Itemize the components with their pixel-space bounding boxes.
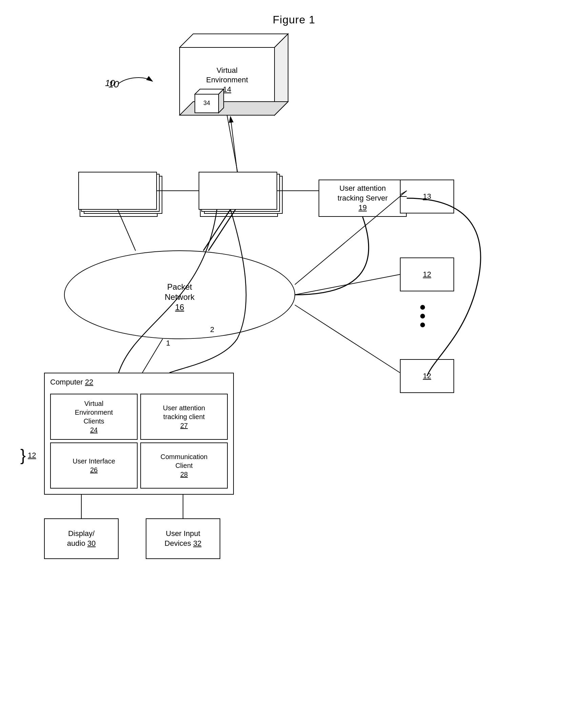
brace-12-label: 12 [28, 451, 36, 460]
comm-client-num: 28 [180, 470, 188, 479]
ve-servers-box: VirtualEnvironmentServers 18 [200, 180, 278, 217]
svg-line-12 [227, 115, 239, 180]
ve-servers-label: VirtualEnvironmentServers 18 [218, 184, 260, 213]
uat-client-num: 27 [180, 421, 188, 430]
dot-3 [420, 323, 425, 327]
node-13-num: 13 [423, 192, 431, 202]
computer-num: 22 [85, 378, 93, 386]
dot-1 [420, 305, 425, 310]
uat-client-box: User attentiontracking client 27 [140, 394, 228, 440]
communication-servers-label: CommunicationServers 20 [93, 188, 145, 208]
computer-box: Computer 22 VirtualEnvironmentClients 24… [44, 373, 234, 495]
node-12b-box: 12 [400, 359, 454, 393]
dots [420, 305, 425, 327]
svg-text:34: 34 [203, 100, 210, 106]
svg-text:1: 1 [166, 339, 170, 347]
display-audio-label: Display/audio 30 [67, 529, 96, 548]
node-12b-num: 12 [423, 371, 431, 381]
svg-marker-2 [275, 34, 288, 115]
ve-servers-num: 18 [249, 203, 257, 212]
user-input-devices-box: User InputDevices 32 [146, 518, 220, 559]
svg-point-19 [64, 251, 295, 339]
ve-clients-box: VirtualEnvironmentClients 24 [50, 394, 138, 440]
communication-servers-box: CommunicationServers 20 [80, 180, 158, 217]
user-interface-box: User Interface 26 [50, 442, 138, 489]
node-12a-num: 12 [423, 270, 431, 280]
user-input-devices-label: User InputDevices 32 [165, 529, 202, 548]
svg-rect-8 [195, 94, 219, 113]
uat-server-num: 19 [359, 203, 367, 212]
svg-marker-9 [195, 89, 224, 94]
node-12a-box: 12 [400, 257, 454, 291]
svg-line-30 [295, 305, 400, 373]
svg-text:16: 16 [175, 303, 184, 312]
svg-text:Packet: Packet [167, 282, 192, 291]
figure-title: Figure 1 [0, 0, 588, 26]
svg-marker-4 [180, 102, 288, 115]
uat-server-box: User attentiontracking Server19 [319, 180, 407, 217]
brace-12: } 12 [20, 447, 36, 463]
svg-text:Environment: Environment [206, 76, 248, 84]
computer-label: Computer 22 [50, 377, 93, 387]
svg-marker-10 [219, 89, 224, 113]
svg-text:14: 14 [223, 85, 231, 94]
label-10: 10 [105, 78, 115, 88]
comm-client-box: CommunicationClient 28 [140, 442, 228, 489]
svg-line-29 [295, 274, 400, 295]
svg-line-31 [142, 339, 163, 373]
uat-server-label: User attentiontracking Server19 [338, 184, 388, 213]
comm-servers-num: 20 [128, 199, 137, 207]
svg-marker-1 [180, 34, 288, 47]
svg-rect-0 [180, 47, 275, 115]
ve-clients-num: 24 [90, 426, 98, 434]
display-audio-box: Display/audio 30 [44, 518, 119, 559]
svg-text:Network: Network [165, 292, 195, 302]
display-audio-num: 30 [87, 539, 96, 548]
svg-text:Virtual: Virtual [217, 66, 238, 75]
uid-num: 32 [193, 539, 201, 548]
node-13-box: 13 [400, 180, 454, 213]
svg-line-37 [230, 117, 237, 172]
dot-2 [420, 314, 425, 318]
ui-num: 26 [90, 466, 98, 474]
svg-text:2: 2 [210, 325, 214, 334]
